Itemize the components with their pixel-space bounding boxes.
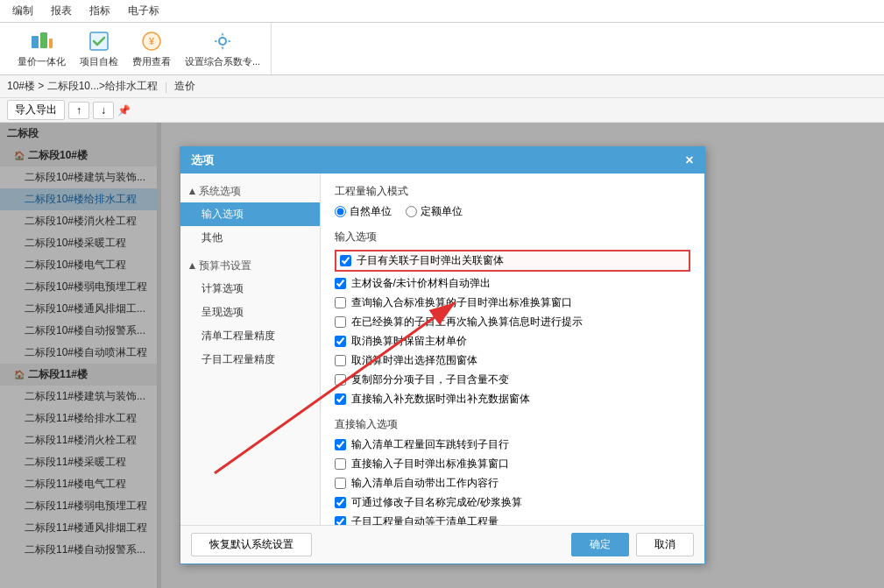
dialog-close-btn[interactable]: ×: [685, 152, 693, 168]
checkbox-input-1[interactable]: [335, 278, 346, 289]
nav-item-calc[interactable]: 计算选项: [180, 277, 320, 301]
checkbox-input-4[interactable]: [335, 336, 346, 347]
direct-checkbox-label-2: 输入清单后自动带出工作内容行: [351, 476, 499, 491]
restore-defaults-btn[interactable]: 恢复默认系统设置: [191, 533, 312, 556]
checkbox-label-0: 子目有关联子目时弹出关联窗体: [357, 253, 504, 268]
direct-checkbox-input-1[interactable]: [335, 458, 346, 470]
toolbar-btn-selfcheck-label: 项目自检: [80, 55, 118, 68]
checkbox-input-7[interactable]: [335, 393, 346, 405]
nav-item-other[interactable]: 其他: [180, 226, 320, 250]
direct-checkbox-3[interactable]: 可通过修改子目名称完成砼/砂浆换算: [335, 495, 690, 510]
radio-quota-input[interactable]: [406, 206, 417, 217]
svg-point-7: [220, 39, 225, 44]
cancel-btn[interactable]: 取消: [636, 533, 694, 556]
dialog-overlay: 选项 × ▲ 系统选项 输入选项 其他 ▲ 预算书设置 计: [0, 123, 884, 588]
direct-checkbox-2[interactable]: 输入清单后自动带出工作内容行: [335, 476, 690, 491]
nav-item-item-precision[interactable]: 子目工程量精度: [180, 348, 320, 372]
price-integration-icon: [28, 29, 56, 53]
input-options-label: 输入选项: [335, 230, 690, 244]
nav-item-list-precision[interactable]: 清单工程量精度: [180, 324, 320, 348]
menu-item-edit[interactable]: 编制: [4, 2, 42, 20]
move-down-btn[interactable]: ↓: [93, 102, 114, 119]
toolbar-btn-self-check[interactable]: 项目自检: [73, 25, 125, 72]
checkbox-input-0[interactable]: [340, 255, 351, 266]
checkbox-item-6[interactable]: 复制部分分项子目，子目含量不变: [335, 372, 690, 387]
self-check-icon: [85, 29, 113, 53]
import-export-btn[interactable]: 导入导出: [7, 100, 65, 120]
dialog-footer: 恢复默认系统设置 确定 取消: [180, 525, 704, 563]
checkbox-label-2: 查询输入合标准换算的子目时弹出标准换算窗口: [351, 295, 572, 310]
toolbar-btn-price-label: 量价一体化: [18, 55, 66, 68]
checkbox-label-1: 主材设备/未计价材料自动弹出: [351, 276, 491, 291]
checkbox-item-4[interactable]: 取消换算时保留主材单价: [335, 334, 690, 349]
toolbar-btn-settings-label: 设置综合系数专...: [185, 55, 260, 68]
svg-rect-1: [40, 32, 47, 48]
radio-natural[interactable]: 自然单位: [335, 204, 392, 219]
engineering-mode-label: 工程量输入模式: [335, 184, 690, 199]
svg-rect-0: [32, 36, 39, 48]
options-dialog: 选项 × ▲ 系统选项 输入选项 其他 ▲ 预算书设置 计: [180, 146, 705, 565]
direct-checkbox-input-0[interactable]: [335, 439, 346, 450]
direct-checkbox-input-2[interactable]: [335, 478, 346, 489]
toolbar-btn-fee-label: 费用查看: [132, 55, 171, 68]
toolbar-btn-settings[interactable]: 设置综合系数专...: [178, 25, 267, 72]
action-bar: 导入导出 ↑ ↓ 📌: [0, 98, 884, 123]
direct-checkbox-input-3[interactable]: [335, 497, 346, 508]
direct-checkbox-label-4: 子目工程量自动等于清单工程量: [351, 514, 499, 526]
engineering-mode-section: 工程量输入模式 自然单位 定额单位: [335, 184, 690, 219]
checkbox-label-7: 直接输入补充数据时弹出补充数据窗体: [351, 392, 530, 407]
checkbox-item-5[interactable]: 取消算时弹出选择范围窗体: [335, 353, 690, 368]
checkbox-item-0[interactable]: 子目有关联子目时弹出关联窗体: [335, 250, 690, 272]
nav-group-system-arrow: ▲: [187, 185, 198, 197]
direct-checkbox-0[interactable]: 输入清单工程量回车跳转到子目行: [335, 437, 690, 452]
dialog-titlebar: 选项 ×: [180, 147, 704, 174]
direct-input-label: 直接输入选项: [335, 417, 690, 432]
direct-checkbox-input-4[interactable]: [335, 516, 346, 526]
breadcrumb-cost: 造价: [174, 79, 195, 94]
toolbar: 量价一体化 项目自检 ¥ 费用查看: [0, 23, 884, 75]
checkbox-item-2[interactable]: 查询输入合标准换算的子目时弹出标准换算窗口: [335, 295, 690, 310]
toolbar-group-main: 量价一体化 项目自检 ¥ 费用查看: [7, 23, 272, 74]
direct-checkbox-label-0: 输入清单工程量回车跳转到子目行: [351, 437, 509, 452]
menu-item-electronic[interactable]: 电子标: [119, 2, 168, 20]
checkbox-input-6[interactable]: [335, 374, 346, 386]
settings-icon: [209, 29, 237, 53]
radio-natural-label: 自然单位: [350, 204, 392, 219]
checkbox-label-6: 复制部分分项子目，子目含量不变: [351, 372, 509, 387]
nav-group-system-label: 系统选项: [199, 184, 241, 199]
move-up-btn[interactable]: ↑: [68, 102, 89, 119]
direct-checkbox-label-1: 直接输入子目时弹出标准换算窗口: [351, 457, 509, 471]
menu-item-indicator[interactable]: 指标: [81, 2, 119, 20]
checkbox-input-3[interactable]: [335, 316, 346, 328]
menubar: 编制 报表 指标 电子标: [0, 0, 884, 23]
direct-checkbox-label-3: 可通过修改子目名称完成砼/砂浆换算: [351, 495, 522, 510]
radio-quota[interactable]: 定额单位: [406, 204, 463, 219]
checkbox-item-1[interactable]: 主材设备/未计价材料自动弹出: [335, 276, 690, 291]
nav-group-budget-arrow: ▲: [187, 259, 198, 272]
direct-checkbox-4[interactable]: 子目工程量自动等于清单工程量: [335, 514, 690, 526]
dialog-left-nav: ▲ 系统选项 输入选项 其他 ▲ 预算书设置 计算选项 呈现选项 清单工程量精度…: [180, 174, 321, 526]
checkbox-item-7[interactable]: 直接输入补充数据时弹出补充数据窗体: [335, 392, 690, 407]
checkbox-item-3[interactable]: 在已经换算的子目上再次输入换算信息时进行提示: [335, 315, 690, 329]
checkbox-input-2[interactable]: [335, 297, 346, 308]
svg-text:¥: ¥: [149, 36, 155, 46]
checkbox-input-5[interactable]: [335, 355, 346, 366]
toolbar-btn-price-integration[interactable]: 量价一体化: [11, 25, 73, 72]
radio-natural-input[interactable]: [335, 206, 346, 217]
menu-item-report[interactable]: 报表: [42, 2, 81, 20]
fee-view-icon: ¥: [138, 29, 166, 53]
nav-item-input[interactable]: 输入选项: [180, 202, 320, 226]
nav-group-budget-label: 预算书设置: [199, 259, 251, 273]
pin-icon[interactable]: 📌: [117, 104, 131, 117]
checkbox-label-3: 在已经换算的子目上再次输入换算信息时进行提示: [351, 315, 583, 329]
dialog-right-content: 工程量输入模式 自然单位 定额单位: [321, 174, 704, 526]
confirm-btn[interactable]: 确定: [571, 533, 629, 556]
main-layout: 二标段 🏠 二标段10#楼 二标段10#楼建筑与装饰... 二标段10#楼给排水…: [0, 123, 884, 588]
nav-item-present[interactable]: 呈现选项: [180, 301, 320, 324]
toolbar-btn-fee-view[interactable]: ¥ 费用查看: [125, 25, 178, 72]
direct-checkbox-1[interactable]: 直接输入子目时弹出标准换算窗口: [335, 457, 690, 471]
checkbox-label-5: 取消算时弹出选择范围窗体: [351, 353, 477, 368]
dialog-body: ▲ 系统选项 输入选项 其他 ▲ 预算书设置 计算选项 呈现选项 清单工程量精度…: [180, 174, 704, 526]
breadcrumb-path: 10#楼 > 二标段10...>给排水工程: [7, 79, 158, 94]
direct-input-section: 直接输入选项 输入清单工程量回车跳转到子目行 直接输入子目时弹出标准换算窗口 输…: [335, 417, 690, 526]
